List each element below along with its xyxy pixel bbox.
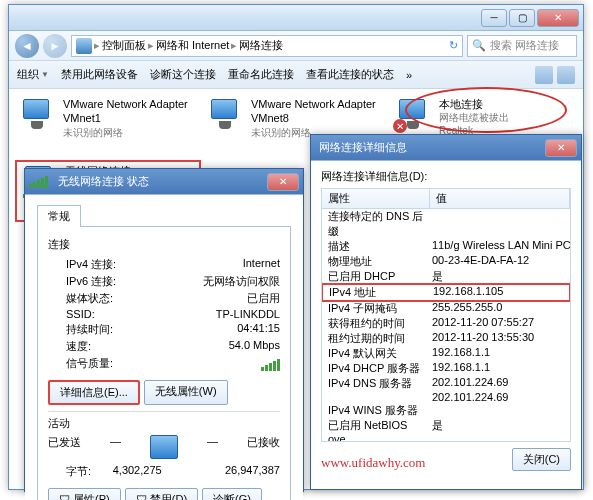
table-row[interactable]: IPv4 子网掩码255.255.255.0 <box>322 301 570 316</box>
more-menu[interactable]: » <box>406 69 412 81</box>
table-row[interactable]: 获得租约的时间2012-11-20 07:55:27 <box>322 316 570 331</box>
forward-button[interactable]: ► <box>43 34 67 58</box>
crumb-seg[interactable]: 网络连接 <box>239 38 283 53</box>
details-desc: 网络连接详细信息(D): <box>321 169 571 184</box>
table-row[interactable]: 连接特定的 DNS 后缀 <box>322 209 570 239</box>
table-row[interactable]: 202.101.224.69 <box>322 391 570 403</box>
disable-device-button[interactable]: 禁用此网络设备 <box>61 67 138 82</box>
connection-header: 连接 <box>48 237 280 252</box>
disable-button[interactable]: 🛡 禁用(D) <box>125 488 198 500</box>
details-dialog: 网络连接详细信息 ✕ 网络连接详细信息(D): 属性 值 连接特定的 DNS 后… <box>310 134 582 490</box>
refresh-icon[interactable]: ↻ <box>449 39 458 52</box>
details-table: 属性 值 连接特定的 DNS 后缀描述11b/g Wireless LAN Mi… <box>321 188 571 442</box>
close-button[interactable]: ✕ <box>545 139 577 157</box>
search-input[interactable]: 🔍 搜索 网络连接 <box>467 35 577 57</box>
details-button[interactable]: 详细信息(E)... <box>48 380 140 405</box>
adapter-vmnet1[interactable]: VMware Network Adapter VMnet1 未识别的网络 <box>15 95 195 152</box>
signal-bars <box>261 356 280 371</box>
table-row[interactable]: 已启用 NetBIOS ove...是 <box>322 418 570 442</box>
disconnected-icon: ✕ <box>393 119 407 133</box>
view-status-button[interactable]: 查看此连接的状态 <box>306 67 394 82</box>
diagnose-button[interactable]: 诊断(G) <box>202 488 262 500</box>
close-button[interactable]: ✕ <box>267 173 299 191</box>
table-row[interactable]: IPv4 DHCP 服务器192.168.1.1 <box>322 361 570 376</box>
signal-icon <box>29 176 48 188</box>
maximize-button[interactable]: ▢ <box>509 9 535 27</box>
table-row[interactable]: IPv4 DNS 服务器202.101.224.69 <box>322 376 570 391</box>
col-value[interactable]: 值 <box>430 189 570 208</box>
help-icon[interactable] <box>557 66 575 84</box>
table-row[interactable]: IPv4 WINS 服务器 <box>322 403 570 418</box>
nav-bar: ◄ ► ▸ 控制面板 ▸ 网络和 Internet ▸ 网络连接 ↻ 🔍 搜索 … <box>9 31 583 61</box>
table-row[interactable]: 已启用 DHCP是 <box>322 269 570 284</box>
watermark: www.ufidawhy.com <box>321 455 425 471</box>
breadcrumb[interactable]: ▸ 控制面板 ▸ 网络和 Internet ▸ 网络连接 ↻ <box>71 35 463 57</box>
control-panel-icon <box>76 38 92 54</box>
crumb-seg[interactable]: 控制面板 <box>102 38 146 53</box>
table-row[interactable]: IPv4 默认网关192.168.1.1 <box>322 346 570 361</box>
organize-menu[interactable]: 组织▼ <box>17 67 49 82</box>
pc-icon <box>150 435 178 459</box>
minimize-button[interactable]: ─ <box>481 9 507 27</box>
table-row[interactable]: 描述11b/g Wireless LAN Mini PCI Ex <box>322 239 570 254</box>
search-icon: 🔍 <box>472 39 486 52</box>
status-titlebar: 无线网络连接 状态 ✕ <box>25 169 303 195</box>
table-row[interactable]: 租约过期的时间2012-11-20 13:55:30 <box>322 331 570 346</box>
wireless-props-button[interactable]: 无线属性(W) <box>144 380 228 405</box>
toolbar: 组织▼ 禁用此网络设备 诊断这个连接 重命名此连接 查看此连接的状态 » <box>9 61 583 89</box>
close-button[interactable]: 关闭(C) <box>512 448 571 471</box>
properties-button[interactable]: 🛡 属性(P) <box>48 488 121 500</box>
status-dialog: 无线网络连接 状态 ✕ 常规 连接 IPv4 连接:Internet IPv6 … <box>24 168 304 492</box>
explorer-titlebar: ─ ▢ ✕ <box>9 5 583 31</box>
activity-header: 活动 <box>48 416 280 431</box>
crumb-seg[interactable]: 网络和 Internet <box>156 38 229 53</box>
close-button[interactable]: ✕ <box>537 9 579 27</box>
back-button[interactable]: ◄ <box>15 34 39 58</box>
details-titlebar: 网络连接详细信息 ✕ <box>311 135 581 161</box>
table-row[interactable]: 物理地址00-23-4E-DA-FA-12 <box>322 254 570 269</box>
rename-button[interactable]: 重命名此连接 <box>228 67 294 82</box>
tab-general[interactable]: 常规 <box>37 205 81 227</box>
diagnose-button[interactable]: 诊断这个连接 <box>150 67 216 82</box>
col-property[interactable]: 属性 <box>322 189 430 208</box>
table-row[interactable]: IPv4 地址192.168.1.105 <box>321 283 571 302</box>
view-icon[interactable] <box>535 66 553 84</box>
